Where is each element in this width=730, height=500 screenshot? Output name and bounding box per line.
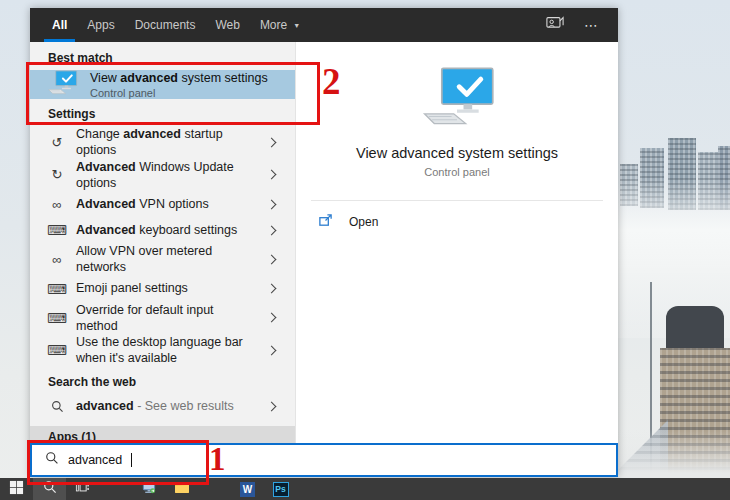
desktop: AllAppsDocumentsWebMore▼ Best match [0, 0, 730, 500]
feedback-icon[interactable] [546, 16, 564, 35]
preview-title: View advanced system settings [356, 145, 558, 161]
label-text: View [90, 71, 120, 85]
label-text: Emoji panel settings [76, 281, 188, 295]
item-use-the-desktop-language-bar-when-it-s-available[interactable]: ⌨Use the desktop language bar when it's … [30, 334, 295, 367]
file-explorer-icon [174, 480, 190, 498]
taskbar-button-photoshop[interactable]: Ps [264, 478, 297, 500]
chevron-right-icon [267, 225, 277, 235]
vpn-icon: ∞ [48, 198, 66, 211]
search-results-body: Best match View advanced system settings… [30, 42, 618, 443]
filter-tabs: AllAppsDocumentsWebMore▼ [30, 8, 308, 42]
section-header-settings: Settings [30, 99, 295, 126]
search-input[interactable]: advanced [30, 443, 618, 477]
label-text: advanced [76, 399, 134, 413]
open-label: Open [349, 215, 378, 229]
preview-pane: View advanced system settings Control pa… [296, 42, 618, 443]
label-text: advanced [120, 71, 178, 85]
photoshop-icon: Ps [273, 482, 289, 497]
item-label: advanced - See web results [76, 398, 258, 414]
label-text: Allow VPN over metered networks [76, 244, 212, 274]
section-header-search-the-web: Search the web [30, 367, 295, 394]
taskbar-button-task-view[interactable] [66, 478, 99, 500]
item-change-advanced-startup-options[interactable]: ↺Change advanced startup options [30, 126, 295, 159]
taskbar-button-start[interactable] [0, 478, 33, 500]
label-text: Change [76, 127, 123, 141]
task-view-icon [75, 480, 90, 498]
best-match-item[interactable]: View advanced system settings Control pa… [30, 70, 295, 99]
section-header-apps-1: Apps (1) [30, 426, 295, 444]
item-override-for-default-input-method[interactable]: ⌨Override for default input method [30, 302, 295, 335]
tab-label: Web [215, 18, 239, 32]
this-pc-icon [141, 480, 157, 499]
chevron-down-icon: ▼ [293, 22, 300, 29]
taskbar-button-word[interactable]: W [231, 478, 264, 500]
item-advanced[interactable]: advanced - See web results [30, 394, 295, 420]
tab-label: All [52, 18, 67, 32]
item-allow-vpn-over-metered-networks[interactable]: ∞Allow VPN over metered networks [30, 243, 295, 276]
chevron-right-icon [267, 170, 277, 180]
taskbar: WPs [0, 478, 730, 500]
item-advanced-keyboard-settings[interactable]: ⌨Advanced keyboard settings [30, 217, 295, 243]
update-icon: ↻ [48, 168, 66, 181]
item-label: Advanced Windows Update options [76, 159, 258, 192]
chevron-right-icon [267, 254, 277, 264]
label-text: Override for default input method [76, 303, 214, 333]
restart-icon: ↺ [48, 136, 66, 149]
tab-more[interactable]: More▼ [252, 8, 308, 42]
start-icon [9, 480, 24, 499]
label-text: Use the desktop language bar when it's a… [76, 335, 243, 365]
chevron-right-icon [267, 313, 277, 323]
chevron-right-icon [267, 402, 277, 412]
best-match-title: View advanced system settings [90, 71, 268, 85]
search-flyout: AllAppsDocumentsWebMore▼ Best match [30, 8, 618, 477]
search-icon [48, 400, 66, 413]
best-match-header: Best match [30, 42, 295, 70]
tab-label: Documents [135, 18, 196, 32]
item-label: Advanced VPN options [76, 196, 258, 212]
keyboard-icon: ⌨ [48, 282, 66, 296]
item-advanced-vpn-options[interactable]: ∞Advanced VPN options [30, 191, 295, 217]
taskbar-button-chrome[interactable] [198, 478, 231, 500]
taskbar-button-sticky-notes[interactable] [99, 478, 132, 500]
item-advanced-windows-update-options[interactable]: ↻Advanced Windows Update options [30, 159, 295, 192]
chevron-right-icon [267, 284, 277, 294]
label-text: advanced [123, 127, 181, 141]
search-query-text: advanced [68, 453, 122, 467]
open-icon [318, 213, 333, 231]
chevron-right-icon [267, 137, 277, 147]
item-sublabel: - See web results [134, 399, 234, 413]
search-filter-bar: AllAppsDocumentsWebMore▼ [30, 8, 618, 42]
tab-apps[interactable]: Apps [79, 8, 122, 42]
best-match-texts: View advanced system settings Control pa… [90, 71, 268, 99]
item-label: Allow VPN over metered networks [76, 243, 258, 276]
label-text: VPN options [136, 197, 209, 211]
label-text: Advanced [76, 223, 136, 237]
taskbar-button-file-explorer[interactable] [165, 478, 198, 500]
more-options-icon[interactable] [584, 18, 598, 32]
search-icon [45, 451, 59, 469]
label-text: Advanced [76, 197, 136, 211]
tab-documents[interactable]: Documents [127, 8, 204, 42]
keyboard-icon: ⌨ [48, 343, 66, 357]
item-label: Advanced keyboard settings [76, 222, 258, 238]
vpn-icon: ∞ [48, 253, 66, 266]
chevron-right-icon [267, 199, 277, 209]
taskbar-button-search[interactable] [33, 478, 66, 500]
system-properties-monitor-icon [418, 66, 496, 131]
topbar-actions [546, 8, 618, 42]
label-text: keyboard settings [136, 223, 237, 237]
tab-label: Apps [87, 18, 114, 32]
item-label: Override for default input method [76, 302, 258, 335]
item-emoji-panel-settings[interactable]: ⌨Emoji panel settings [30, 276, 295, 302]
taskbar-button-this-pc[interactable] [132, 478, 165, 500]
keyboard-icon: ⌨ [48, 311, 66, 325]
label-text: Advanced [76, 160, 136, 174]
item-label: Change advanced startup options [76, 126, 258, 159]
open-action[interactable]: Open [296, 201, 618, 231]
tab-web[interactable]: Web [207, 8, 247, 42]
search-icon [43, 480, 57, 498]
results-list: Best match View advanced system settings… [30, 42, 296, 443]
system-properties-monitor-icon [46, 70, 78, 99]
text-caret [131, 453, 132, 467]
tab-all[interactable]: All [44, 8, 75, 42]
